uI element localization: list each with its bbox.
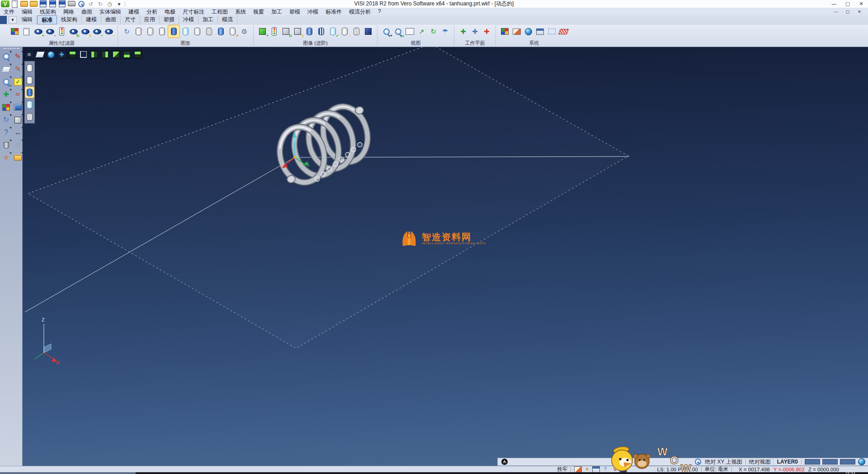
export-image-icon[interactable]: ↗ [227, 25, 238, 38]
maximize-button[interactable]: ▢ [841, 1, 854, 7]
menu-系统[interactable]: 系统 [231, 8, 250, 16]
assistant-badge[interactable]: A [501, 459, 508, 465]
navigate-wheel-icon[interactable]: ✳ [1, 152, 11, 163]
layer-color-bar[interactable] [805, 459, 820, 465]
color-table-icon[interactable] [499, 25, 510, 38]
tab-加工[interactable]: 加工 [198, 15, 218, 24]
viewport[interactable]: Z ≡✚ 智造资料网 INTEL [23, 47, 868, 466]
confirm-check-icon[interactable] [13, 76, 23, 87]
render-page-icon[interactable]: ▫ [339, 25, 350, 38]
print-preview-icon[interactable] [77, 0, 85, 7]
save-icon[interactable] [39, 0, 47, 7]
print-icon[interactable] [67, 0, 76, 7]
tab-线架构[interactable]: 线架构 [57, 15, 82, 24]
close-button[interactable]: ✕ [854, 1, 868, 7]
undo-operation-icon[interactable]: ↺ [13, 140, 23, 151]
menu-?[interactable]: ? [374, 8, 385, 16]
workplane-entity-icon[interactable]: ✚ [469, 25, 481, 38]
shaded-edges-cyl-icon[interactable] [180, 25, 191, 38]
show-entities-icon[interactable]: + [33, 25, 44, 38]
workplane-rotate-icon[interactable]: ✚ [481, 25, 492, 38]
filter-traffic-icon[interactable] [56, 25, 67, 38]
table-settings-icon[interactable] [534, 25, 546, 38]
online-globe-icon[interactable] [858, 459, 865, 465]
menu-网格[interactable]: 网格 [60, 8, 78, 16]
visi-logo-icon[interactable]: V [1, 0, 9, 7]
new-file-icon[interactable] [10, 0, 19, 7]
save-as-icon[interactable] [48, 0, 57, 7]
view-front-icon[interactable] [90, 50, 99, 59]
tab-模流[interactable]: 模流 [218, 15, 237, 24]
menu-建模[interactable]: 建模 [125, 8, 143, 16]
transparent-cyl-icon[interactable] [203, 25, 215, 38]
view-left-icon[interactable] [111, 50, 121, 59]
tab-应用[interactable]: 应用 [140, 15, 160, 24]
tab-塑膜[interactable]: 塑膜 [160, 15, 179, 24]
zoom-window-icon[interactable]: ▭ [392, 25, 404, 38]
flat-cyl-icon[interactable] [192, 25, 203, 38]
tab-编辑[interactable]: 编辑 [18, 15, 37, 24]
menu-视窗[interactable]: 视窗 [250, 8, 268, 16]
tab-建模[interactable]: 建模 [82, 15, 101, 24]
mode-wireframe-icon[interactable] [25, 62, 34, 73]
mode-shaded-icon[interactable] [25, 87, 34, 98]
wireframe-cyl-icon[interactable] [133, 25, 144, 38]
menu-尺寸标注[interactable]: 尺寸标注 [179, 8, 208, 16]
move-ucs-icon[interactable]: ✚ [1, 89, 11, 100]
mode-hidden-line-icon[interactable] [25, 75, 34, 85]
menu-模流分析[interactable]: 模流分析 [345, 8, 374, 16]
menu-塑模[interactable]: 塑模 [286, 8, 304, 16]
menu-电极[interactable]: 电极 [161, 8, 179, 16]
zoom-extents-icon[interactable]: ± [1, 76, 11, 87]
toggle-visibility-icon[interactable]: ± [80, 25, 91, 38]
tab-尺寸[interactable]: 尺寸 [121, 15, 140, 24]
tile-windows-icon[interactable] [13, 102, 23, 113]
help-icon[interactable]: ? [1, 127, 11, 138]
verify-render-icon[interactable]: ✓ [327, 25, 339, 38]
view-menu-icon[interactable]: ≡ [24, 50, 34, 59]
mode-translucent-icon[interactable] [25, 111, 34, 122]
ghost-render-icon[interactable] [351, 25, 362, 38]
status-zoom-icon[interactable] [694, 459, 702, 465]
view-mode-label[interactable]: 绝对 XY 上视图 [705, 458, 742, 466]
menu-分析[interactable]: 分析 [143, 8, 161, 16]
solid-render-icon[interactable] [304, 25, 315, 38]
menu-实体编辑[interactable]: 实体编辑 [96, 8, 125, 16]
zoom-in-icon[interactable]: + [381, 25, 392, 38]
qat-dropdown-icon[interactable]: ▾ [115, 0, 123, 7]
select-filter-icon[interactable] [1, 51, 11, 62]
undo-icon[interactable]: ↺ [86, 0, 95, 7]
view-wireframe-icon[interactable] [79, 50, 88, 59]
image-settings-icon[interactable] [511, 25, 522, 38]
show-all-icon[interactable]: + [91, 25, 103, 38]
status-grid-icon[interactable] [592, 466, 600, 472]
layer-color-bar[interactable] [822, 459, 838, 465]
tab-曲面[interactable]: 曲面 [101, 15, 121, 24]
delete-trash-icon[interactable] [1, 140, 11, 151]
menu-标准件[interactable]: 标准件 [322, 8, 345, 16]
menu-曲面[interactable]: 曲面 [78, 8, 96, 16]
redo-icon[interactable]: ↻ [96, 0, 104, 7]
active-layer-label[interactable]: LAYER0 [777, 459, 798, 465]
menu-编辑[interactable]: 编辑 [18, 8, 36, 16]
grid-settings-icon[interactable] [558, 25, 569, 38]
view-shade-icon[interactable]: ☂ [439, 25, 451, 38]
menu-加工[interactable]: 加工 [268, 8, 286, 16]
doc-minimize-button[interactable]: — [830, 9, 842, 14]
view-right-icon[interactable] [122, 50, 132, 59]
doc-close-button[interactable]: ✕ [854, 9, 865, 14]
menu-工程图[interactable]: 工程图 [208, 8, 231, 16]
tab-冲模[interactable]: 冲模 [179, 15, 198, 24]
open-edit-folder-icon[interactable] [13, 152, 23, 163]
render-sphere-icon[interactable] [46, 50, 56, 59]
render-filter-icon[interactable] [269, 25, 280, 38]
history-icon[interactable]: ◷ [105, 0, 114, 7]
tab-dropdown-button[interactable]: ▼ [9, 16, 17, 24]
hide-selected-icon[interactable]: − [103, 25, 114, 38]
view-top-icon[interactable] [133, 50, 142, 59]
minimize-button[interactable]: — [827, 1, 841, 7]
copy-attributes-icon[interactable] [21, 25, 32, 38]
status-capture-icon[interactable] [574, 466, 582, 472]
regen-graphics-icon[interactable]: ↻ [121, 25, 132, 38]
refresh-visibility-icon[interactable]: ↻ [68, 25, 79, 38]
